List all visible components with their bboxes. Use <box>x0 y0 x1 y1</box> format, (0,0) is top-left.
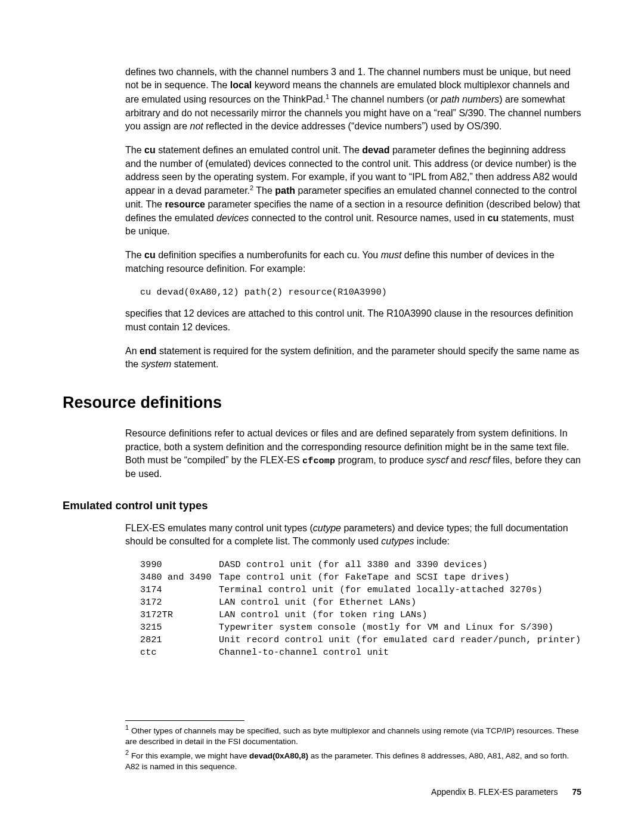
footnote-1: 1 Other types of channels may be specifi… <box>125 723 581 747</box>
text: The <box>253 186 275 196</box>
page-footer: Appendix B. FLEX-ES parameters 75 <box>63 786 581 798</box>
cmd-cfcomp: cfcomp <box>302 456 335 466</box>
cutype-name: 3172 <box>140 596 219 609</box>
footer-text: Appendix B. FLEX-ES parameters <box>431 787 558 797</box>
code-example-1: cu devad(0xA80,12) path(2) resource(R10A… <box>140 286 581 299</box>
term-not: not <box>190 121 203 131</box>
term-path-numbers: path numbers <box>441 94 499 104</box>
cutype-row: 2821Unit record control unit (for emulat… <box>140 634 581 646</box>
cutype-row: ctcChannel-to-channel control unit <box>140 646 581 659</box>
text: statement. <box>171 359 218 369</box>
cutype-row: 3480 and 3490Tape control unit (for Fake… <box>140 571 581 584</box>
cutype-desc: LAN control unit (for Ethernet LANs) <box>219 596 416 609</box>
cutype-name: 2821 <box>140 634 219 646</box>
cutype-name: ctc <box>140 646 219 659</box>
term-rescf: rescf <box>469 455 490 465</box>
section-heading-resource-definitions: Resource definitions <box>63 392 581 414</box>
term-must: must <box>381 250 402 260</box>
cutype-desc: DASD control unit (for all 3380 and 3390… <box>219 559 488 571</box>
cutype-name: 3172TR <box>140 609 219 621</box>
param-devad: devad(0xA80,8) <box>249 751 308 760</box>
paragraph-3: The cu definition specifies a numberofun… <box>125 249 581 275</box>
cutype-name: 3990 <box>140 559 219 571</box>
cutype-desc: Channel-to-channel control unit <box>219 646 389 659</box>
cutype-row: 3172TRLAN control unit (for token ring L… <box>140 609 581 621</box>
term-cutype: cutype <box>313 523 341 533</box>
text: reflected in the device addresses (“devi… <box>203 121 502 131</box>
keyword-resource: resource <box>165 199 205 209</box>
text: The channel numbers (or <box>329 94 441 104</box>
paragraph-4: specifies that 12 devices are attached t… <box>125 307 581 334</box>
term-cutypes: cutypes <box>381 536 414 546</box>
keyword-end: end <box>140 346 156 356</box>
footnote-2: 2 For this example, we might have devad(… <box>125 748 581 772</box>
paragraph-6: Resource definitions refer to actual dev… <box>125 427 581 481</box>
cutype-name: 3215 <box>140 621 219 634</box>
page-number: 75 <box>572 787 581 797</box>
paragraph-1: defines two channels, with the channel n… <box>125 66 581 133</box>
cutype-row: 3174Terminal control unit (for emulated … <box>140 584 581 596</box>
paragraph-2: The cu statement defines an emulated con… <box>125 144 581 238</box>
text: For this example, we might have <box>129 751 249 760</box>
text: The <box>125 145 144 155</box>
term-syscf: syscf <box>426 455 448 465</box>
footnotes: 1 Other types of channels may be specifi… <box>125 723 581 772</box>
subsection-heading-emulated-cu-types: Emulated control unit types <box>63 498 581 513</box>
cutype-table: 3990DASD control unit (for all 3380 and … <box>140 559 581 659</box>
text: specifies that 12 devices are attached t… <box>125 307 581 334</box>
keyword-cu: cu <box>144 145 156 155</box>
keyword-cu3: cu <box>144 250 156 260</box>
text: definition specifies a numberofunits for… <box>156 250 381 260</box>
text: FLEX-ES emulates many control unit types… <box>125 523 313 533</box>
keyword-cu2: cu <box>487 213 499 223</box>
keyword-devad: devad <box>362 145 389 155</box>
document-page: defines two channels, with the channel n… <box>0 0 644 833</box>
text: Other types of channels may be specified… <box>125 726 579 746</box>
keyword-local: local <box>230 80 252 90</box>
text: statement defines an emulated control un… <box>156 145 363 155</box>
footnote-rule <box>125 720 244 721</box>
cutype-desc: Typewriter system console (mostly for VM… <box>219 621 553 634</box>
term-system: system <box>141 359 172 369</box>
text: connected to the control unit. Resource … <box>249 213 487 223</box>
cutype-desc: Terminal control unit (for emulated loca… <box>219 584 543 596</box>
text: and <box>448 455 470 465</box>
text: The <box>125 250 144 260</box>
text: program, to produce <box>335 455 426 465</box>
cutype-name: 3480 and 3490 <box>140 571 219 584</box>
paragraph-5: An end statement is required for the sys… <box>125 345 581 371</box>
cutype-row: 3215Typewriter system console (mostly fo… <box>140 621 581 634</box>
text: An <box>125 346 140 356</box>
cutype-desc: LAN control unit (for token ring LANs) <box>219 609 428 621</box>
cutype-row: 3172LAN control unit (for Ethernet LANs) <box>140 596 581 609</box>
cutype-row: 3990DASD control unit (for all 3380 and … <box>140 559 581 571</box>
cutype-desc: Tape control unit (for FakeTape and SCSI… <box>219 571 510 584</box>
term-devices: devices <box>216 213 249 223</box>
keyword-path: path <box>275 186 295 196</box>
text: include: <box>414 536 450 546</box>
cutype-desc: Unit record control unit (for emulated c… <box>219 634 581 646</box>
cutype-name: 3174 <box>140 584 219 596</box>
paragraph-7: FLEX-ES emulates many control unit types… <box>125 522 581 549</box>
